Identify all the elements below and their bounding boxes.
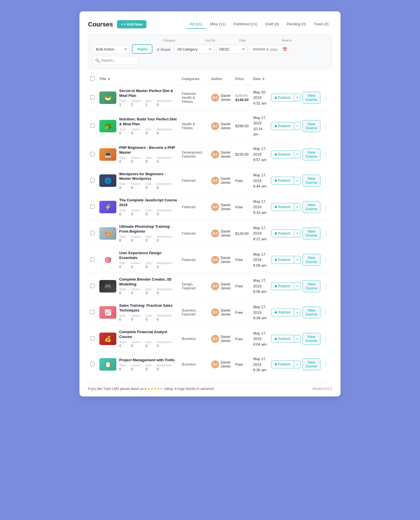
more-options-button[interactable]: ⋮ — [322, 203, 330, 211]
row-checkbox[interactable] — [90, 124, 94, 128]
view-course-button[interactable]: ViewCourse — [303, 92, 320, 104]
publish-button[interactable]: Publish — [271, 282, 294, 290]
more-options-button[interactable]: ⋮ — [322, 93, 330, 102]
publish-dropdown-button[interactable]: ▾ — [294, 282, 301, 290]
tab-mine[interactable]: Mine (11) — [207, 20, 229, 29]
add-new-button[interactable]: + + Add New — [117, 20, 146, 28]
publish-dropdown-button[interactable]: ▾ — [294, 122, 301, 130]
publish-group: Publish ▾ — [271, 177, 301, 185]
sort-select[interactable]: DESCASC — [216, 45, 247, 54]
tab-pending[interactable]: Pending (0) — [284, 20, 309, 29]
publish-label: Publish — [278, 258, 290, 262]
date-value: May 17, 2019 — [253, 225, 266, 236]
publish-button[interactable]: Publish — [271, 360, 294, 368]
category-select[interactable]: All CategoryHealth & FitnessDevelopmentB… — [174, 45, 214, 54]
more-options-button[interactable]: ⋮ — [322, 360, 330, 369]
publish-button[interactable]: Publish — [271, 203, 294, 211]
course-text: PHP Beginners - Become a PHP Master Topi… — [119, 145, 177, 164]
actions-cell: Publish ▾ ViewCourse ⋮ — [271, 254, 330, 266]
more-options-button[interactable]: ⋮ — [322, 176, 330, 185]
publish-dropdown-button[interactable]: ▾ — [294, 230, 301, 237]
publish-dropdown-button[interactable]: ▾ — [294, 309, 301, 316]
publish-button[interactable]: Publish — [271, 308, 294, 316]
reset-button[interactable]: ↺ Reset — [155, 45, 172, 54]
publish-dropdown-button[interactable]: ▾ — [294, 335, 301, 343]
tab-published[interactable]: Published (11) — [230, 20, 261, 29]
author-cell: DJ DanielJames — [211, 308, 231, 316]
course-actions: Publish ▾ ViewCourse ⋮ — [269, 352, 332, 377]
course-actions: Publish ▾ ViewCourse ⋮ — [269, 326, 332, 352]
tab-draft[interactable]: Draft (0) — [262, 20, 282, 29]
course-thumbnail: 💰 — [99, 333, 116, 345]
row-checkbox[interactable] — [90, 231, 94, 235]
view-course-button[interactable]: ViewCourse — [303, 227, 320, 239]
publish-button[interactable]: Publish — [271, 335, 294, 343]
main-container: Courses + + Add New All (11)Mine (11)Pub… — [79, 11, 341, 396]
view-course-button[interactable]: ViewCourse — [303, 120, 320, 132]
more-options-button[interactable]: ⋮ — [322, 256, 330, 264]
actions-cell: Publish ▾ ViewCourse ⋮ — [271, 175, 330, 187]
more-options-button[interactable]: ⋮ — [322, 282, 330, 291]
course-meta: Topic:0 Lesson:0 Quiz:0 Assignment:0 — [119, 314, 177, 321]
more-options-button[interactable]: ⋮ — [322, 229, 330, 238]
view-course-button[interactable]: ViewCourse — [303, 358, 320, 370]
author-name: DanielJames — [221, 282, 231, 290]
more-options-button[interactable]: ⋮ — [322, 122, 330, 130]
date-value: May 17, 2019 — [253, 356, 266, 367]
publish-button[interactable]: Publish — [271, 151, 294, 158]
publish-button[interactable]: Publish — [271, 94, 294, 102]
publish-dropdown-button[interactable]: ▾ — [294, 203, 301, 211]
tab-trash[interactable]: Trash (0) — [310, 20, 332, 29]
view-course-button[interactable]: ViewCourse — [303, 280, 320, 292]
row-checkbox[interactable] — [90, 204, 94, 209]
author-name: DanielJames — [221, 94, 231, 102]
select-all-checkbox[interactable] — [90, 76, 94, 81]
row-checkbox[interactable] — [90, 336, 94, 341]
th-date[interactable]: Date ⇅ — [251, 74, 269, 85]
course-text: The Complete JavaScript Course 2019 Topi… — [119, 198, 177, 216]
publish-button[interactable]: Publish — [271, 229, 294, 237]
publish-dropdown-button[interactable]: ▾ — [294, 361, 301, 368]
author-name: DanielJames — [221, 360, 231, 368]
row-checkbox[interactable] — [90, 310, 94, 314]
row-checkbox[interactable] — [90, 95, 94, 99]
select-all-col — [88, 74, 97, 85]
publish-button[interactable]: Publish — [271, 177, 294, 185]
tab-all[interactable]: All (11) — [186, 20, 205, 29]
view-course-button[interactable]: ViewCourse — [303, 306, 320, 318]
course-date: May 17, 20199:21 am — [251, 220, 269, 247]
view-course-button[interactable]: ViewCourse — [303, 175, 320, 187]
publish-group: Publish ▾ — [271, 335, 301, 343]
view-course-button[interactable]: ViewCourse — [303, 149, 320, 160]
footer-left: If you like Tutor LMS please leave us a … — [88, 387, 214, 391]
course-text: Complete Blender Creator, 3D Modelling T… — [119, 277, 177, 295]
th-title[interactable]: Title ⇅ — [97, 74, 180, 85]
row-checkbox[interactable] — [90, 362, 94, 366]
row-checkbox[interactable] — [90, 152, 94, 156]
publish-dropdown-button[interactable]: ▾ — [294, 94, 301, 101]
more-options-button[interactable]: ⋮ — [322, 335, 330, 343]
author-cell: DJ DanielJames — [211, 256, 231, 264]
more-options-button[interactable]: ⋮ — [322, 308, 330, 317]
publish-button[interactable]: Publish — [271, 256, 294, 264]
row-checkbox[interactable] — [90, 178, 94, 182]
publish-dropdown-button[interactable]: ▾ — [294, 256, 301, 264]
more-options-button[interactable]: ⋮ — [322, 150, 330, 159]
publish-dropdown-button[interactable]: ▾ — [294, 177, 301, 185]
footer-text-before: If you like Tutor LMS please leave us a — [88, 387, 146, 391]
course-title: Sales Training: Practical Sales Techniqu… — [119, 303, 177, 313]
apply-button[interactable]: Apply — [132, 44, 152, 54]
course-info: 🎨 Ultimate Photoshop Training: From Begi… — [99, 224, 177, 243]
bulk-action-select[interactable]: Bulk ActionDeletePublishDraft — [93, 45, 130, 54]
view-course-button[interactable]: ViewCourse — [303, 333, 320, 345]
view-course-button[interactable]: ViewCourse — [303, 254, 320, 266]
publish-button[interactable]: Publish — [271, 122, 294, 130]
row-checkbox[interactable] — [90, 257, 94, 262]
row-checkbox[interactable] — [90, 284, 94, 288]
course-price: Free — [233, 299, 251, 326]
sort-by-label: Sort By — [205, 39, 236, 42]
publish-dropdown-button[interactable]: ▾ — [294, 151, 301, 158]
course-meta: Topic:0 Lesson:0 Quiz:0 Assignment:0 — [119, 209, 177, 216]
course-categories: Development, Featured — [180, 141, 209, 168]
view-course-button[interactable]: ViewCourse — [303, 201, 320, 213]
